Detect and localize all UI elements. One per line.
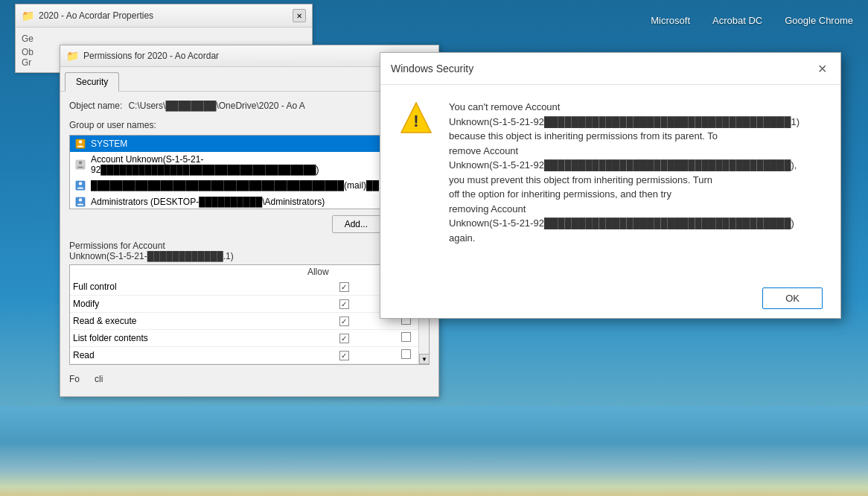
account-unknown-icon [74,159,86,171]
outer-window-title: 2020 - Ao Acordar Properties [39,10,293,21]
security-dialog-titlebar: Windows Security ✕ [380,53,840,85]
desktop-beach [0,407,868,496]
checkbox-allow-modify[interactable] [339,299,349,309]
checkbox-allow-readexecute[interactable] [339,317,349,326]
security-dialog-footer: OK [380,279,840,318]
object-name-value: C:\Users\████████\OneDrive\2020 - Ao A [128,101,304,111]
user-name-unknown: Account Unknown(S-1-5-21-92█████████████… [91,154,424,175]
msg-line6: you must prevent this object from inheri… [449,174,712,185]
perm-allow-fullcontrol[interactable] [304,279,383,296]
perm-name-listfolder: List folder contents [70,330,304,347]
svg-point-1 [79,140,82,143]
table-row: Read & execute [70,313,429,330]
outer-titlebar: 📁 2020 - Ao Acordar Properties ✕ [16,4,312,28]
msg-line5: Unknown(S-1-5-21-92█████████████████████… [449,159,797,171]
permissions-table-wrapper: Allow Full control Modify [69,264,430,365]
warning-icon: ! [398,100,434,136]
svg-point-5 [79,182,82,185]
msg-line7: off the option for inheriting permission… [449,188,671,200]
outer-tab-hint: Ge [22,34,33,44]
taskbar-chrome[interactable]: Google Chrome [785,15,853,26]
outer-close-button[interactable]: ✕ [293,9,306,22]
perm-label-prefix: Permissions for Account [69,241,165,251]
taskbar-microsoft[interactable]: Microsoft [651,15,690,26]
object-name-row: Object name: C:\Users\████████\OneDrive\… [69,101,430,111]
bottom-text-1: Fo [69,371,80,387]
perm-col-name [70,265,304,279]
table-row: Modify [70,296,429,313]
perm-name-read: Read [70,347,304,364]
msg-line4: remove Account [449,145,518,156]
security-dialog-title: Windows Security [391,63,814,74]
user-name-user: ████████████████████████████████████████… [91,180,379,191]
svg-text:!: ! [413,112,418,130]
perm-label-suffix: Unknown(S-1-5-21-████████████.1) [69,251,234,261]
checkbox-deny-listfolder[interactable] [401,332,411,342]
perm-name-readexecute: Read & execute [70,313,304,330]
user-name-system: SYSTEM [91,139,127,149]
msg-line1: You can't remove Account [449,101,560,112]
windows-security-dialog: Windows Security ✕ ! You can't remove Ac… [380,52,841,319]
table-row: Read [70,347,429,364]
tab-security[interactable]: Security [65,72,119,92]
perm-allow-read[interactable] [304,347,383,364]
bottom-text-area: Fo cli [69,371,430,387]
user-name-admin: Administrators (DESKTOP-██████████\Admin… [91,197,325,207]
group-users-label: Group or user names: [69,120,430,130]
perm-col-allow: Allow [304,265,383,279]
dialog-message-text: You can't remove Account Unknown(S-1-5-2… [449,100,823,245]
table-row: List folder contents [70,330,429,347]
list-item-admin[interactable]: Administrators (DESKTOP-██████████\Admin… [70,194,429,209]
scroll-down-button[interactable]: ▼ [419,354,430,364]
object-name-label: Object name: [69,101,122,111]
checkbox-allow-read[interactable] [339,351,349,360]
permissions-label: Permissions for Account Unknown(S-1-5-21… [69,241,430,261]
msg-line9: Unknown(S-1-5-21-92█████████████████████… [449,217,794,229]
perm-name-modify: Modify [70,296,304,313]
msg-line8: removing Account [449,203,526,214]
regular-user-icon [74,179,86,191]
list-item-user[interactable]: ████████████████████████████████████████… [70,177,429,194]
table-row: Full control [70,279,429,296]
user-action-buttons: Add... R [69,215,430,233]
perm-name-fullcontrol: Full control [70,279,304,296]
perm-allow-listfolder[interactable] [304,330,383,347]
system-user-icon [74,138,86,150]
users-list-box[interactable]: SYSTEM Account Unknown(S-1-5-21-92██████… [69,135,430,209]
list-item-system[interactable]: SYSTEM [70,136,429,152]
permissions-folder-icon: 📁 [66,50,79,62]
checkbox-allow-listfolder[interactable] [339,334,349,343]
bottom-text-2: cli [95,371,103,387]
perm-allow-modify[interactable] [304,296,383,313]
msg-line3: because this object is inheriting permis… [449,130,718,142]
security-dialog-close-button[interactable]: ✕ [814,60,830,77]
permissions-table: Allow Full control Modify [70,265,429,364]
ok-button[interactable]: OK [762,287,823,309]
list-item-account-unknown[interactable]: Account Unknown(S-1-5-21-92█████████████… [70,152,429,177]
perm-allow-readexecute[interactable] [304,313,383,330]
svg-point-7 [79,198,82,201]
taskbar-acrobat[interactable]: Acrobat DC [712,15,762,26]
msg-line2: Unknown(S-1-5-21-92█████████████████████… [449,116,800,127]
svg-point-3 [79,161,82,164]
admin-user-icon [74,196,86,208]
security-dialog-body: ! You can't remove Account Unknown(S-1-5… [380,85,840,279]
checkbox-deny-read[interactable] [401,349,411,359]
folder-icon: 📁 [22,10,34,22]
add-button[interactable]: Add... [332,215,380,233]
msg-line10: again. [449,232,475,244]
checkbox-allow-fullcontrol[interactable] [339,282,349,292]
